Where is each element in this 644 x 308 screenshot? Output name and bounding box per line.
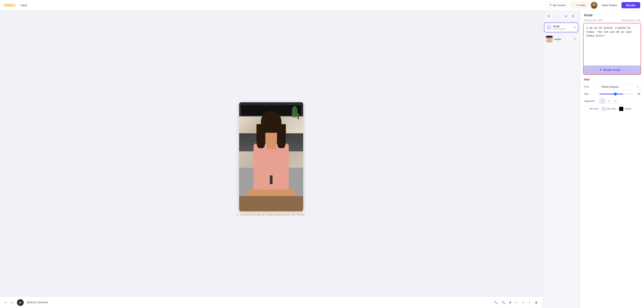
panel-title: Script bbox=[580, 10, 644, 18]
my-content-button[interactable]: ⏱ My Content bbox=[546, 2, 568, 8]
size-label: Size bbox=[584, 93, 597, 95]
timeline-bar: ↩ ↪ ▶ 00:00.00 / 00:04.83 🔍 🔍 ⊞ ⊢ ⊣ ＋ 🗑 bbox=[0, 297, 542, 308]
move-down-button[interactable]: ↓ bbox=[558, 14, 561, 19]
zoom-in-button[interactable]: 🔍 bbox=[501, 300, 506, 305]
scene-avatar-eye-icon[interactable]: 👁 bbox=[574, 38, 576, 41]
scene-item-script-header: ≡ Script I am an AI Av... 👁 bbox=[546, 25, 576, 30]
user-avatar-image bbox=[591, 2, 598, 9]
delete-track-button[interactable]: 🗑 bbox=[534, 300, 538, 305]
font-select[interactable]: Roboto Regular ▾ bbox=[599, 84, 640, 90]
bg-color-label: BG color bbox=[607, 108, 616, 110]
render-button[interactable]: Render bbox=[622, 2, 640, 8]
size-property-row: Size 48 bbox=[580, 91, 644, 97]
main-area: ⚠ It's not the final video yet. To get a… bbox=[0, 10, 644, 308]
scene-script-eye-icon[interactable]: 👁 bbox=[574, 26, 576, 29]
duplicate-button[interactable]: ⊣ bbox=[521, 300, 525, 305]
time-display: 00:00.00 / 00:04.83 bbox=[27, 301, 48, 304]
undo-button[interactable]: ↩ bbox=[4, 300, 8, 305]
scenes-panel: ⧉ ↑ ↓ ＋ 🗑 ≡ Script I am an AI Av... 👁 bbox=[542, 10, 580, 308]
clock-icon: ⏱ bbox=[549, 4, 552, 6]
avatar-thumb-image bbox=[546, 36, 553, 42]
stroke-color-swatch[interactable]: Stroke bbox=[619, 107, 631, 111]
scene-item-avatar[interactable]: Avatar 👁 bbox=[544, 34, 578, 44]
svg-point-1 bbox=[593, 3, 596, 6]
font-dropdown-icon: ▾ bbox=[637, 86, 638, 88]
size-value: 48 bbox=[635, 93, 640, 95]
text-limits: Total text limit: 1500 Residual input: 1… bbox=[580, 18, 644, 23]
scene-script-sublabel: I am an AI Av... bbox=[553, 28, 567, 30]
scene-script-icon: ≡ bbox=[546, 25, 552, 30]
bg-color-preview bbox=[602, 107, 606, 111]
sparkle-icon: ✦ bbox=[599, 68, 602, 72]
move-up-button[interactable]: ↑ bbox=[553, 14, 556, 19]
split-button[interactable]: ⊢ bbox=[514, 300, 518, 305]
stroke-label: Stroke bbox=[624, 108, 631, 110]
render-audio-button[interactable]: ✦ Render Audio → bbox=[584, 65, 640, 74]
stroke-color-preview bbox=[619, 107, 624, 111]
video-preview bbox=[239, 102, 303, 211]
logo[interactable]: VidAU bbox=[4, 3, 15, 8]
fill-color-swatch[interactable]: Fill Color bbox=[584, 107, 598, 111]
size-slider[interactable] bbox=[599, 94, 633, 94]
scene-toolbar: ⧉ ↑ ↓ ＋ 🗑 bbox=[544, 13, 578, 21]
alignment-label: Alignment bbox=[584, 100, 597, 103]
header-right: ⏱ My Content ♥ 2 Credits Save Project Re… bbox=[546, 2, 640, 9]
undo-redo-group: ↩ ↪ bbox=[4, 300, 14, 305]
fill-color-preview bbox=[584, 107, 588, 111]
add-scene-button[interactable]: ＋ bbox=[564, 13, 569, 19]
warning-bar: ⚠ It's not the final video yet. To get a… bbox=[236, 213, 306, 216]
text-section-header: Text bbox=[580, 75, 644, 83]
color-property-row: Fill Color BG color Stroke bbox=[580, 105, 644, 113]
redo-button[interactable]: ↪ bbox=[10, 300, 14, 305]
script-textarea[interactable] bbox=[584, 23, 640, 65]
save-project-button[interactable]: Save Project bbox=[600, 3, 619, 8]
scene-item-script[interactable]: ≡ Script I am an AI Av... 👁 bbox=[544, 22, 578, 32]
font-label: Font bbox=[584, 85, 597, 88]
editor-area: ⚠ It's not the final video yet. To get a… bbox=[0, 10, 542, 308]
script-textarea-wrapper: ✦ Render Audio → bbox=[583, 23, 641, 75]
timeline-right-controls: 🔍 🔍 ⊞ ⊢ ⊣ ＋ 🗑 bbox=[493, 300, 538, 305]
svg-rect-6 bbox=[546, 36, 553, 38]
zoom-out-button[interactable]: 🔍 bbox=[493, 300, 498, 305]
render-audio-arrow-icon: → bbox=[622, 68, 625, 71]
copy-scene-button[interactable]: ⧉ bbox=[547, 14, 550, 19]
alignment-buttons: ≡ ≡ ≡ bbox=[599, 98, 618, 104]
delete-scene-button[interactable]: 🗑 bbox=[571, 14, 576, 19]
credits-button[interactable]: ♥ 2 Credits bbox=[570, 2, 588, 8]
font-property-row: Font Roboto Regular ▾ bbox=[580, 83, 644, 91]
heart-icon: ♥ bbox=[573, 4, 575, 6]
align-center-button[interactable]: ≡ bbox=[606, 98, 612, 104]
alignment-property-row: Alignment ≡ ≡ ≡ bbox=[580, 97, 644, 105]
back-arrow-icon: ‹ bbox=[20, 4, 21, 7]
align-right-button[interactable]: ≡ bbox=[613, 98, 618, 104]
avatar-thumbnail bbox=[546, 36, 553, 42]
bg-color-swatch[interactable]: BG color bbox=[602, 107, 616, 111]
fit-view-button[interactable]: ⊞ bbox=[508, 300, 512, 305]
fill-color-label: Fill Color bbox=[590, 108, 598, 110]
warning-icon: ⚠ bbox=[236, 213, 239, 216]
user-avatar[interactable] bbox=[591, 2, 598, 9]
script-panel: Script Total text limit: 1500 Residual i… bbox=[580, 10, 644, 308]
scene-avatar-label: Avatar bbox=[554, 38, 561, 41]
size-slider-wrap: 48 bbox=[599, 93, 640, 95]
play-icon: ▶ bbox=[20, 301, 21, 304]
play-button[interactable]: ▶ bbox=[17, 299, 24, 306]
header: VidAU ‹ Back ⏱ My Content ♥ 2 Credits Sa… bbox=[0, 0, 644, 10]
back-button[interactable]: ‹ Back bbox=[18, 3, 29, 7]
scene-script-label: Script bbox=[553, 25, 567, 28]
align-left-button[interactable]: ≡ bbox=[599, 98, 605, 104]
add-track-button[interactable]: ＋ bbox=[527, 300, 532, 305]
